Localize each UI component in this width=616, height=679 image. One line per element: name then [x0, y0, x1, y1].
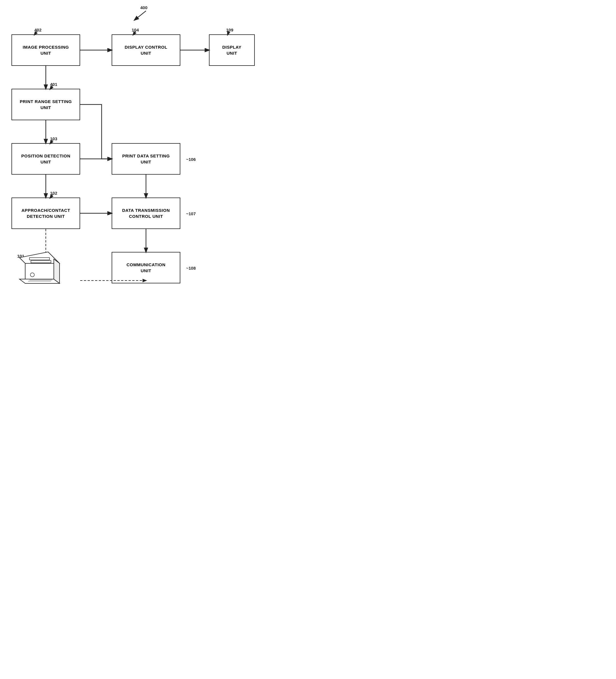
block-image-processing: IMAGE PROCESSINGUNIT [11, 34, 80, 66]
label-400: 400 [140, 5, 148, 10]
block-print-data-label: PRINT DATA SETTINGUNIT [122, 153, 170, 165]
label-104: 104 [132, 28, 139, 32]
block-print-data: PRINT DATA SETTINGUNIT [111, 143, 180, 174]
block-communication-label: COMMUNICATIONUNIT [127, 262, 165, 274]
block-image-processing-label: IMAGE PROCESSINGUNIT [23, 44, 69, 56]
block-print-range-label: PRINT RANGE SETTINGUNIT [20, 98, 72, 110]
block-display-label: DISPLAYUNIT [222, 44, 241, 56]
diagram-container: 400 IMAGE PROCESSINGUNIT 402 PRINT RANGE… [0, 0, 308, 340]
block-data-transmission: DATA TRANSMISSIONCONTROL UNIT [111, 197, 180, 229]
block-communication: COMMUNICATIONUNIT [111, 252, 180, 283]
block-display: DISPLAYUNIT [209, 34, 255, 66]
label-107: ~107 [186, 211, 196, 216]
label-402: 402 [34, 28, 41, 32]
block-approach-contact: APPROACH/CONTACTDETECTION UNIT [11, 197, 80, 229]
block-display-control-label: DISPLAY CONTROLUNIT [125, 44, 167, 56]
svg-rect-21 [30, 258, 50, 260]
label-103: 103 [50, 136, 57, 141]
block-print-range: PRINT RANGE SETTINGUNIT [11, 89, 80, 120]
block-position-detection: POSITION DETECTIONUNIT [11, 143, 80, 174]
label-102: 102 [50, 191, 57, 195]
block-approach-contact-label: APPROACH/CONTACTDETECTION UNIT [22, 207, 70, 219]
svg-line-0 [134, 11, 146, 20]
label-109: 109 [226, 28, 233, 32]
block-display-control: DISPLAY CONTROLUNIT [111, 34, 180, 66]
block-position-detection-label: POSITION DETECTIONUNIT [21, 153, 70, 165]
printer-icon [17, 246, 74, 292]
svg-marker-27 [54, 259, 60, 283]
label-108: ~108 [186, 266, 196, 270]
label-106: ~106 [186, 157, 196, 162]
block-data-transmission-label: DATA TRANSMISSIONCONTROL UNIT [122, 207, 170, 219]
svg-point-23 [30, 273, 34, 277]
label-401: 401 [50, 82, 57, 87]
svg-rect-22 [31, 260, 51, 263]
